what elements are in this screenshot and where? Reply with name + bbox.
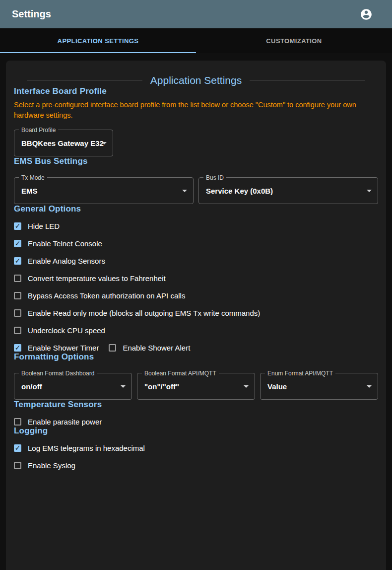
checkbox-label[interactable]: Enable Telnet Console xyxy=(28,239,102,248)
checkbox-parasite-power[interactable] xyxy=(14,418,21,426)
board-profile-select[interactable]: Board Profile BBQKees Gateway E32 xyxy=(14,130,113,156)
checkbox-convert-fahrenheit[interactable] xyxy=(14,275,21,282)
dropdown-arrow-icon xyxy=(182,190,187,192)
checkbox-read-only-mode[interactable] xyxy=(14,309,21,317)
section-heading-temperature-sensors: Temperature Sensors xyxy=(14,400,378,410)
checkbox-label[interactable]: Convert temperature values to Fahrenheit xyxy=(28,274,166,283)
enum-format-api-label: Enum Format API/MQTT xyxy=(265,369,335,377)
checkbox-label[interactable]: Underclock CPU speed xyxy=(28,326,105,335)
checkbox-hide-led[interactable] xyxy=(14,222,21,230)
checkbox-label[interactable]: Enable Shower Alert xyxy=(123,344,190,352)
boolean-format-api-label: Boolean Format API/MQTT xyxy=(142,369,219,377)
application-settings-card: Application Settings Interface Board Pro… xyxy=(6,61,386,570)
tx-mode-select-value: EMS xyxy=(21,187,38,195)
divider-line-right xyxy=(250,80,365,81)
checkbox-underclock-cpu[interactable] xyxy=(14,327,21,334)
bus-id-select-label: Bus ID xyxy=(203,174,226,182)
checkbox-enable-analog-sensors[interactable] xyxy=(14,257,21,265)
checkbox-label[interactable]: Enable Syslog xyxy=(28,461,75,470)
app-header: Settings xyxy=(0,0,392,28)
dropdown-arrow-icon xyxy=(121,385,126,388)
enum-format-api-select[interactable]: Enum Format API/MQTT Value xyxy=(260,373,378,400)
dropdown-arrow-icon xyxy=(367,190,372,192)
boolean-format-api-value: "on"/"off" xyxy=(144,382,179,391)
bus-id-select-value: Service Key (0x0B) xyxy=(206,187,273,195)
section-heading-ems-bus: EMS Bus Settings xyxy=(14,156,378,166)
checkbox-label[interactable]: Enable Shower Timer xyxy=(28,344,99,352)
checkbox-log-hex[interactable] xyxy=(14,444,21,452)
tab-customization[interactable]: CUSTOMIZATION xyxy=(196,28,392,53)
board-profile-select-label: Board Profile xyxy=(19,126,58,134)
account-button[interactable] xyxy=(359,7,373,21)
checkbox-bypass-access-token[interactable] xyxy=(14,292,21,299)
checkbox-shower-alert[interactable] xyxy=(109,344,116,352)
divider-line-left xyxy=(27,80,142,81)
dropdown-arrow-icon xyxy=(367,385,372,388)
checkbox-label[interactable]: Enable Read only mode (blocks all outgoi… xyxy=(28,309,260,317)
section-heading-formatting-options: Formatting Options xyxy=(14,352,378,362)
boolean-format-api-select[interactable]: Boolean Format API/MQTT "on"/"off" xyxy=(137,373,255,400)
boolean-format-dashboard-select[interactable]: Boolean Format Dashboard on/off xyxy=(14,373,132,400)
board-profile-select-value: BBQKees Gateway E32 xyxy=(21,139,104,147)
dropdown-arrow-icon xyxy=(102,142,107,144)
section-heading-board-profile: Interface Board Profile xyxy=(14,86,378,96)
boolean-format-dashboard-value: on/off xyxy=(21,382,42,391)
boolean-format-dashboard-label: Boolean Format Dashboard xyxy=(19,369,97,377)
settings-tabs: APPLICATION SETTINGS CUSTOMIZATION xyxy=(0,28,392,53)
checkbox-label[interactable]: Bypass Access Token authorization on API… xyxy=(28,291,185,300)
board-profile-note: Select a pre-configured interface board … xyxy=(14,100,371,121)
checkbox-label[interactable]: Enable parasite power xyxy=(28,418,102,426)
section-heading-logging: Logging xyxy=(14,426,378,436)
checkbox-enable-telnet-console[interactable] xyxy=(14,240,21,247)
app-title: Settings xyxy=(12,8,51,20)
dropdown-arrow-icon xyxy=(244,385,249,388)
checkbox-label[interactable]: Hide LED xyxy=(28,222,60,230)
page-title: Application Settings xyxy=(150,74,242,86)
page-title-divider: Application Settings xyxy=(27,74,365,86)
account-circle-icon xyxy=(360,8,373,21)
checkbox-label[interactable]: Log EMS telegrams in hexadecimal xyxy=(28,444,145,452)
section-heading-general-options: General Options xyxy=(14,204,378,214)
tab-application-settings[interactable]: APPLICATION SETTINGS xyxy=(0,28,196,53)
enum-format-api-value: Value xyxy=(267,382,287,391)
tx-mode-select[interactable]: Tx Mode EMS xyxy=(14,177,194,204)
checkbox-enable-syslog[interactable] xyxy=(14,462,21,469)
bus-id-select[interactable]: Bus ID Service Key (0x0B) xyxy=(198,177,378,204)
tx-mode-select-label: Tx Mode xyxy=(19,174,47,182)
checkbox-label[interactable]: Enable Analog Sensors xyxy=(28,257,105,265)
checkbox-shower-timer[interactable] xyxy=(14,344,21,352)
